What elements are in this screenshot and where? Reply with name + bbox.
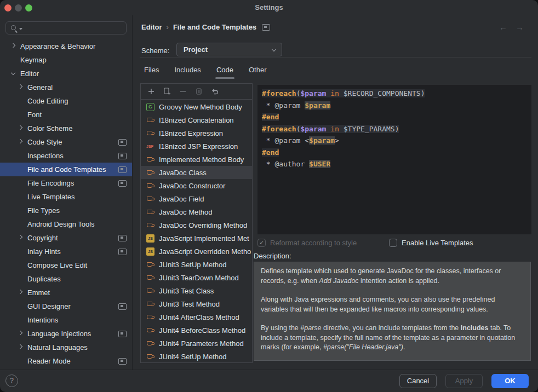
sidebar-item-label: Duplicates	[27, 275, 61, 283]
directive-highlight: #end	[262, 148, 279, 157]
help-button[interactable]: ?	[5, 374, 18, 387]
chevron-right-icon[interactable]	[19, 331, 22, 335]
duplicate-template-icon[interactable]	[163, 87, 171, 96]
template-list-item[interactable]: Implemented Method Body	[141, 153, 252, 166]
sidebar-item-intentions[interactable]: Intentions	[0, 313, 132, 327]
template-list-item[interactable]: JUnit4 SetUp Method	[141, 350, 252, 363]
sidebar-item-language-injections[interactable]: Language Injections	[0, 327, 132, 341]
chevron-right-icon[interactable]	[19, 140, 22, 143]
sidebar-item-duplicates[interactable]: Duplicates	[0, 272, 132, 286]
template-list-item[interactable]: JavaDoc Overriding Method	[141, 218, 252, 232]
ok-button[interactable]: OK	[491, 374, 529, 388]
chevron-right-icon[interactable]	[19, 235, 22, 239]
sidebar-item-label: Inspections	[27, 152, 64, 160]
template-list-item[interactable]: JUnit4 BeforeClass Method	[141, 324, 252, 337]
tab-includes[interactable]: Includes	[174, 66, 201, 79]
template-code-editor[interactable]: #foreach($param in $RECORD_COMPONENTS) *…	[257, 85, 531, 234]
navigate-back-icon[interactable]: ←	[499, 22, 507, 32]
chevron-right-icon[interactable]	[19, 85, 22, 88]
sidebar-item-appearance-behavior[interactable]: Appearance & Behavior	[0, 39, 132, 53]
template-list-item[interactable]: JUnit3 TearDown Method	[141, 271, 252, 284]
sidebar-item-live-templates[interactable]: Live Templates	[0, 190, 132, 204]
scheme-select[interactable]: Project	[176, 43, 282, 56]
description-paragraph: By using the #parse directive, you can i…	[261, 324, 524, 353]
template-list-item[interactable]: JSPI18nized JSP Expression	[141, 140, 252, 153]
breadcrumb-editor[interactable]: Editor	[141, 23, 162, 31]
sidebar-item-code-editing[interactable]: Code Editing	[0, 94, 132, 108]
sidebar-item-natural-languages[interactable]: Natural Languages	[0, 341, 132, 354]
template-list-item[interactable]: JUnit4 Parameters Method	[141, 337, 252, 350]
screen-icon	[118, 249, 127, 255]
template-list-item[interactable]: JUnit4 AfterClass Method	[141, 310, 252, 324]
sidebar-item-file-types[interactable]: File Types	[0, 204, 132, 217]
search-history-caret-icon[interactable]	[19, 28, 22, 30]
sidebar-item-label: Natural Languages	[27, 343, 88, 351]
template-list-item[interactable]: I18nized Expression	[141, 126, 252, 140]
sidebar-item-font[interactable]: Font	[0, 108, 132, 122]
sidebar-item-label: Color Scheme	[27, 124, 72, 132]
template-list-item[interactable]: JUnit3 Test Method	[141, 297, 252, 310]
enable-live-templates-label: Enable Live Templates	[402, 239, 473, 247]
tab-files[interactable]: Files	[144, 66, 159, 79]
reformat-checkbox[interactable]: ✓	[257, 239, 266, 247]
reset-template-icon[interactable]	[210, 87, 219, 96]
cancel-button[interactable]: Cancel	[399, 374, 437, 388]
template-list: GGroovy New Method BodyI18nized Concaten…	[141, 100, 252, 362]
navigate-forward-icon[interactable]: →	[516, 22, 524, 32]
sidebar-item-general[interactable]: General	[0, 80, 132, 94]
template-list-item[interactable]: JavaDoc Method	[141, 205, 252, 218]
remove-template-icon[interactable]	[179, 87, 187, 96]
sidebar-item-gui-designer[interactable]: GUI Designer	[0, 299, 132, 313]
chevron-right-icon[interactable]	[19, 345, 22, 348]
template-name: JavaDoc Overriding Method	[159, 221, 247, 229]
sidebar-item-reader-mode[interactable]: Reader Mode	[0, 354, 132, 368]
sidebar-item-label: GUI Designer	[27, 302, 71, 310]
tab-other[interactable]: Other	[249, 66, 267, 79]
chevron-right-icon[interactable]	[19, 126, 22, 129]
template-list-item[interactable]: JavaDoc Constructor	[141, 179, 252, 192]
template-list-item[interactable]: I18nized Concatenation	[141, 113, 252, 126]
java-icon	[146, 326, 154, 335]
template-list-item[interactable]: GGroovy New Method Body	[141, 100, 252, 113]
template-tabs: FilesIncludesCodeOther	[144, 66, 266, 79]
sidebar-item-inlay-hints[interactable]: Inlay Hints	[0, 245, 132, 258]
directive-highlight: #end	[262, 113, 279, 121]
add-template-icon[interactable]	[147, 87, 156, 96]
chevron-right-icon[interactable]	[12, 44, 15, 47]
per-project-screen-icon	[262, 24, 270, 31]
chevron-right-icon[interactable]	[19, 290, 22, 293]
template-list-item[interactable]: JSJavaScript Implemented Met	[141, 232, 252, 245]
sidebar-item-label: Font	[27, 111, 42, 119]
sidebar-item-file-and-code-templates[interactable]: File and Code Templates	[0, 163, 132, 176]
template-list-item[interactable]: JUnit3 Test Class	[141, 284, 252, 297]
breadcrumb-file-and-code-templates: File and Code Templates	[173, 23, 256, 31]
template-name: Groovy New Method Body	[159, 103, 242, 111]
dialog-footer: ? Cancel Apply OK	[0, 370, 538, 392]
copy-template-icon[interactable]	[194, 87, 203, 96]
template-list-item[interactable]: JUnit3 SetUp Method	[141, 258, 252, 271]
sidebar-item-emmet[interactable]: Emmet	[0, 286, 132, 299]
sidebar-item-code-style[interactable]: Code Style	[0, 135, 132, 149]
sidebar-item-inspections[interactable]: Inspections	[0, 149, 132, 163]
template-name: JUnit4 BeforeClass Method	[159, 326, 245, 335]
sidebar-item-android-design-tools[interactable]: Android Design Tools	[0, 217, 132, 231]
sidebar-item-file-encodings[interactable]: File Encodings	[0, 176, 132, 190]
chevron-down-icon[interactable]	[12, 71, 15, 74]
template-list-item[interactable]: JSJavaScript Overridden Metho	[141, 245, 252, 258]
code-line: #end	[262, 147, 531, 159]
template-list-item[interactable]: JavaDoc Field	[141, 192, 252, 205]
sidebar-item-editor[interactable]: Editor	[0, 67, 132, 80]
search-input[interactable]	[5, 21, 127, 34]
tab-code[interactable]: Code	[216, 66, 233, 79]
description-panel[interactable]: Defines template which used to generate …	[254, 262, 531, 361]
sidebar-item-keymap[interactable]: Keymap	[0, 53, 132, 67]
sidebar-item-color-scheme[interactable]: Color Scheme	[0, 122, 132, 135]
sidebar-item-compose-live-edit[interactable]: Compose Live Edit	[0, 258, 132, 272]
code-line: * @param <$param>	[262, 135, 531, 147]
enable-live-templates-checkbox[interactable]	[389, 239, 397, 247]
sidebar-item-copyright[interactable]: Copyright	[0, 231, 132, 245]
java-icon	[146, 208, 154, 216]
template-list-item[interactable]: JavaDoc Class	[141, 166, 252, 179]
java-icon	[146, 155, 154, 164]
java-icon	[146, 313, 154, 321]
